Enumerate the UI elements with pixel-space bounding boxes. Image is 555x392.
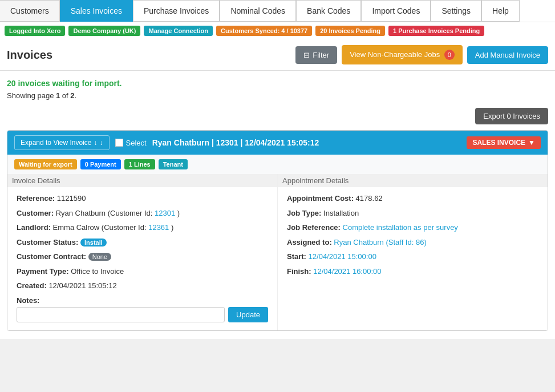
created-value: 12/04/2021 15:05:12 <box>48 281 116 290</box>
arrow-down-icon-1: ↓ <box>94 139 98 147</box>
reference-row: Reference: 1121590 <box>17 193 268 204</box>
content-area: 20 invoices waiting for import. Showing … <box>0 71 555 339</box>
status-badge-purchase-invoices-pending[interactable]: 1 Purchase Invoices Pending <box>388 26 484 36</box>
start-value[interactable]: 12/04/2021 15:00:00 <box>309 252 376 261</box>
dropdown-arrow-icon: ▼ <box>528 139 535 147</box>
select-checkbox[interactable] <box>115 139 123 147</box>
job-type-label: Job Type: <box>287 209 321 217</box>
total-pages: 2 <box>70 91 74 100</box>
invoice-details-panel: Invoice Details Reference: 1121590 Custo… <box>7 174 278 330</box>
nav-item-settings[interactable]: Settings <box>431 0 481 22</box>
page-title: Invoices <box>7 49 295 62</box>
status-badge-demo-company[interactable]: Demo Company (UK) <box>68 26 140 36</box>
created-label: Created: <box>17 281 47 290</box>
nav-item-import-codes[interactable]: Import Codes <box>361 0 431 22</box>
assigned-value[interactable]: Ryan Chatburn (Staff Id: 86) <box>334 238 426 246</box>
customer-status-row: Customer Status: Install <box>17 237 268 248</box>
notes-label: Notes: <box>17 296 39 305</box>
invoice-details-title: Invoice Details <box>7 174 277 187</box>
select-label: Select <box>126 139 147 147</box>
invoice-card: Expand to View Invoice ↓ ↓ Select Ryan C… <box>7 130 548 331</box>
export-button[interactable]: Export 0 Invoices <box>475 108 548 124</box>
landlord-suffix: ) <box>171 223 173 232</box>
tag-waiting-export: Waiting for export <box>14 159 77 169</box>
job-ref-row: Job Reference: Complete installation as … <box>287 222 538 233</box>
customer-status-value: Install <box>80 239 107 246</box>
tag-lines: 1 Lines <box>124 159 155 169</box>
current-page: 1 <box>56 91 60 100</box>
tag-tenant: Tenant <box>159 159 188 169</box>
landlord-name: Emma Calrow (Customer Id: <box>53 223 147 232</box>
reference-label: Reference: <box>17 194 55 203</box>
customer-name: Ryan Chatburn (Customer Id: <box>56 209 153 217</box>
customer-status-label: Customer Status: <box>17 238 78 246</box>
payment-type-label: Payment Type: <box>17 267 69 276</box>
customer-suffix: ) <box>177 209 180 217</box>
arrow-down-icon-2: ↓ <box>100 139 103 147</box>
header-actions: ⊟ Filter View Non-Chargeable Jobs 0 Add … <box>295 45 548 64</box>
update-button[interactable]: Update <box>228 307 268 322</box>
appointment-details-panel: Appointment Details Appointment Cost: 41… <box>278 174 548 330</box>
nav-item-sales-invoices[interactable]: Sales Invoices <box>60 0 133 22</box>
customer-id-link[interactable]: 12301 <box>155 209 175 217</box>
landlord-row: Landlord: Emma Calrow (Customer Id: 1236… <box>17 222 268 233</box>
created-row: Created: 12/04/2021 15:05:12 <box>17 280 268 292</box>
customer-row: Customer: Ryan Chatburn (Customer Id: 12… <box>17 208 268 219</box>
non-chargeable-count: 0 <box>444 50 455 60</box>
status-badge-logged-into-xero[interactable]: Logged Into Xero <box>5 26 65 36</box>
customer-contract-value: None <box>88 253 111 261</box>
nav-item-nominal-codes[interactable]: Nominal Codes <box>220 0 296 22</box>
start-row: Start: 12/04/2021 15:00:00 <box>287 251 538 262</box>
export-row: Export 0 Invoices <box>7 108 548 124</box>
customer-contract-row: Customer Contract: None <box>17 251 268 262</box>
status-badge-customers-synced[interactable]: Customers Synced: 4 / 10377 <box>216 26 312 36</box>
page-info: Showing page 1 of 2. <box>7 91 548 100</box>
appt-cost-label: Appointment Cost: <box>287 194 354 203</box>
tag-payment: 0 Payment <box>80 159 121 169</box>
job-type-value: Installation <box>323 209 359 217</box>
invoice-title: Ryan Chatburn | 12301 | 12/04/2021 15:05… <box>152 138 461 147</box>
invoice-tags: Waiting for export 0 Payment 1 Lines Ten… <box>7 155 548 174</box>
filter-icon: ⊟ <box>303 51 310 59</box>
payment-type-row: Payment Type: Office to Invoice <box>17 266 268 277</box>
notes-row: Notes: Update <box>17 296 268 322</box>
landlord-id-link[interactable]: 12361 <box>148 223 169 232</box>
expand-label: Expand to View Invoice <box>21 139 92 147</box>
reference-value: 1121590 <box>57 194 86 203</box>
sales-invoice-badge[interactable]: SALES INVOICE ▼ <box>467 136 541 149</box>
appointment-details-title: Appointment Details <box>278 174 548 187</box>
payment-type-value: Office to Invoice <box>71 267 124 276</box>
nav-bar: CustomersSales InvoicesPurchase Invoices… <box>0 0 555 22</box>
job-ref-label: Job Reference: <box>287 223 341 232</box>
page-header: Invoices ⊟ Filter View Non-Chargeable Jo… <box>0 39 555 71</box>
nav-item-purchase-invoices[interactable]: Purchase Invoices <box>133 0 220 22</box>
landlord-label: Landlord: <box>17 223 51 232</box>
finish-row: Finish: 12/04/2021 16:00:00 <box>287 266 538 277</box>
start-label: Start: <box>287 252 306 261</box>
appt-cost-value: 4178.62 <box>356 194 383 203</box>
nav-item-customers[interactable]: Customers <box>0 0 60 22</box>
nav-item-help[interactable]: Help <box>481 0 520 22</box>
finish-value[interactable]: 12/04/2021 16:00:00 <box>313 267 381 276</box>
finish-label: Finish: <box>287 267 311 276</box>
non-chargeable-button[interactable]: View Non-Chargeable Jobs 0 <box>342 45 463 64</box>
nav-item-bank-codes[interactable]: Bank Codes <box>296 0 361 22</box>
filter-button[interactable]: ⊟ Filter <box>295 46 337 64</box>
job-type-row: Job Type: Installation <box>287 208 538 219</box>
notes-input-row: Update <box>17 307 268 322</box>
expand-invoice-button[interactable]: Expand to View Invoice ↓ ↓ <box>14 135 110 150</box>
customer-contract-label: Customer Contract: <box>17 252 86 261</box>
assigned-row: Assigned to: Ryan Chatburn (Staff Id: 86… <box>287 237 538 248</box>
assigned-label: Assigned to: <box>287 238 332 246</box>
status-badge-invoices-pending[interactable]: 20 Invoices Pending <box>315 26 385 36</box>
invoice-header: Expand to View Invoice ↓ ↓ Select Ryan C… <box>7 131 548 155</box>
appt-cost-row: Appointment Cost: 4178.62 <box>287 193 538 204</box>
select-checkbox-area[interactable]: Select <box>115 139 147 147</box>
status-badge-manage-connection[interactable]: Manage Connection <box>144 26 213 36</box>
waiting-text: 20 invoices waiting for import. <box>7 79 548 88</box>
customer-label: Customer: <box>17 209 54 217</box>
notes-input[interactable] <box>17 307 225 322</box>
job-ref-value[interactable]: Complete installation as per survey <box>343 223 458 232</box>
invoice-body: Invoice Details Reference: 1121590 Custo… <box>7 174 548 330</box>
add-manual-invoice-button[interactable]: Add Manual Invoice <box>467 46 548 64</box>
